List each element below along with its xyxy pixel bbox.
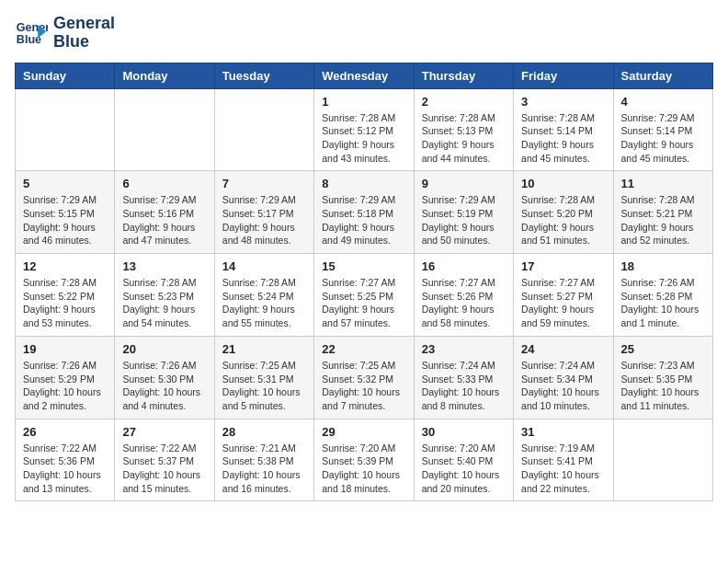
calendar-cell [16, 88, 115, 171]
calendar-cell: 4Sunrise: 7:29 AM Sunset: 5:14 PM Daylig… [613, 88, 712, 171]
day-header-friday: Friday [514, 63, 613, 88]
calendar-cell: 30Sunrise: 7:20 AM Sunset: 5:40 PM Dayli… [414, 419, 513, 501]
day-info: Sunrise: 7:24 AM Sunset: 5:33 PM Dayligh… [422, 359, 506, 413]
calendar-cell: 5Sunrise: 7:29 AM Sunset: 5:15 PM Daylig… [16, 171, 115, 254]
calendar-cell: 29Sunrise: 7:20 AM Sunset: 5:39 PM Dayli… [314, 419, 414, 501]
logo: General Blue General Blue [15, 15, 115, 52]
day-number: 17 [521, 259, 605, 273]
calendar-cell: 3Sunrise: 7:28 AM Sunset: 5:14 PM Daylig… [514, 88, 613, 171]
day-number: 1 [322, 95, 405, 109]
day-info: Sunrise: 7:29 AM Sunset: 5:16 PM Dayligh… [122, 193, 206, 247]
calendar-cell: 2Sunrise: 7:28 AM Sunset: 5:13 PM Daylig… [414, 88, 513, 171]
calendar-week-1: 1Sunrise: 7:28 AM Sunset: 5:12 PM Daylig… [16, 88, 713, 171]
calendar-cell: 16Sunrise: 7:27 AM Sunset: 5:26 PM Dayli… [414, 254, 513, 337]
day-info: Sunrise: 7:26 AM Sunset: 5:28 PM Dayligh… [621, 276, 705, 330]
day-info: Sunrise: 7:25 AM Sunset: 5:31 PM Dayligh… [222, 359, 306, 413]
day-info: Sunrise: 7:28 AM Sunset: 5:23 PM Dayligh… [122, 276, 206, 330]
logo-icon: General Blue [15, 17, 48, 50]
day-header-thursday: Thursday [414, 63, 513, 88]
day-info: Sunrise: 7:29 AM Sunset: 5:17 PM Dayligh… [222, 193, 306, 247]
day-number: 30 [422, 425, 506, 439]
calendar-week-3: 12Sunrise: 7:28 AM Sunset: 5:22 PM Dayli… [16, 254, 713, 337]
svg-text:Blue: Blue [17, 33, 41, 46]
day-number: 4 [621, 95, 705, 109]
calendar-cell: 25Sunrise: 7:23 AM Sunset: 5:35 PM Dayli… [613, 336, 712, 419]
calendar-cell: 6Sunrise: 7:29 AM Sunset: 5:16 PM Daylig… [115, 171, 214, 254]
day-info: Sunrise: 7:28 AM Sunset: 5:20 PM Dayligh… [521, 193, 605, 247]
calendar-cell: 13Sunrise: 7:28 AM Sunset: 5:23 PM Dayli… [115, 254, 214, 337]
day-number: 27 [122, 425, 206, 439]
calendar-cell: 24Sunrise: 7:24 AM Sunset: 5:34 PM Dayli… [514, 336, 613, 419]
day-number: 15 [322, 259, 405, 273]
calendar-cell: 18Sunrise: 7:26 AM Sunset: 5:28 PM Dayli… [613, 254, 712, 337]
day-number: 5 [23, 177, 107, 190]
day-number: 7 [222, 177, 306, 190]
day-info: Sunrise: 7:27 AM Sunset: 5:27 PM Dayligh… [521, 276, 605, 330]
day-info: Sunrise: 7:22 AM Sunset: 5:36 PM Dayligh… [23, 442, 107, 496]
day-number: 23 [422, 342, 506, 356]
calendar-cell [115, 88, 214, 171]
calendar-week-2: 5Sunrise: 7:29 AM Sunset: 5:15 PM Daylig… [16, 171, 713, 254]
calendar-cell: 14Sunrise: 7:28 AM Sunset: 5:24 PM Dayli… [214, 254, 313, 337]
calendar-cell: 10Sunrise: 7:28 AM Sunset: 5:20 PM Dayli… [514, 171, 613, 254]
calendar-header-row: SundayMondayTuesdayWednesdayThursdayFrid… [16, 63, 713, 88]
calendar-cell: 7Sunrise: 7:29 AM Sunset: 5:17 PM Daylig… [214, 171, 313, 254]
calendar-cell: 23Sunrise: 7:24 AM Sunset: 5:33 PM Dayli… [414, 336, 513, 419]
day-number: 13 [122, 259, 206, 273]
day-info: Sunrise: 7:26 AM Sunset: 5:29 PM Dayligh… [23, 359, 107, 413]
calendar-cell: 11Sunrise: 7:28 AM Sunset: 5:21 PM Dayli… [613, 171, 712, 254]
day-info: Sunrise: 7:24 AM Sunset: 5:34 PM Dayligh… [521, 359, 605, 413]
day-info: Sunrise: 7:27 AM Sunset: 5:25 PM Dayligh… [322, 276, 405, 330]
day-header-monday: Monday [115, 63, 214, 88]
day-info: Sunrise: 7:29 AM Sunset: 5:14 PM Dayligh… [621, 111, 705, 166]
logo-text: General Blue [53, 15, 115, 52]
calendar-week-4: 19Sunrise: 7:26 AM Sunset: 5:29 PM Dayli… [16, 336, 713, 419]
day-header-saturday: Saturday [613, 63, 712, 88]
day-number: 12 [23, 259, 107, 273]
day-info: Sunrise: 7:29 AM Sunset: 5:15 PM Dayligh… [23, 193, 107, 247]
calendar-cell: 27Sunrise: 7:22 AM Sunset: 5:37 PM Dayli… [115, 419, 214, 501]
day-number: 6 [122, 177, 206, 190]
day-info: Sunrise: 7:20 AM Sunset: 5:39 PM Dayligh… [322, 442, 405, 496]
day-number: 20 [122, 342, 206, 356]
calendar-cell: 19Sunrise: 7:26 AM Sunset: 5:29 PM Dayli… [16, 336, 115, 419]
day-number: 24 [521, 342, 605, 356]
day-info: Sunrise: 7:28 AM Sunset: 5:22 PM Dayligh… [23, 276, 107, 330]
day-info: Sunrise: 7:28 AM Sunset: 5:24 PM Dayligh… [222, 276, 306, 330]
day-header-wednesday: Wednesday [314, 63, 414, 88]
calendar-cell: 22Sunrise: 7:25 AM Sunset: 5:32 PM Dayli… [314, 336, 414, 419]
day-number: 19 [23, 342, 107, 356]
day-number: 26 [23, 425, 107, 439]
calendar-cell: 12Sunrise: 7:28 AM Sunset: 5:22 PM Dayli… [16, 254, 115, 337]
day-info: Sunrise: 7:28 AM Sunset: 5:12 PM Dayligh… [322, 111, 405, 166]
calendar-cell: 15Sunrise: 7:27 AM Sunset: 5:25 PM Dayli… [314, 254, 414, 337]
calendar-cell: 21Sunrise: 7:25 AM Sunset: 5:31 PM Dayli… [214, 336, 313, 419]
calendar-cell: 17Sunrise: 7:27 AM Sunset: 5:27 PM Dayli… [514, 254, 613, 337]
day-info: Sunrise: 7:27 AM Sunset: 5:26 PM Dayligh… [422, 276, 506, 330]
calendar-cell: 8Sunrise: 7:29 AM Sunset: 5:18 PM Daylig… [314, 171, 414, 254]
day-number: 25 [621, 342, 705, 356]
day-number: 31 [521, 425, 605, 439]
day-info: Sunrise: 7:21 AM Sunset: 5:38 PM Dayligh… [222, 442, 306, 496]
calendar-cell: 9Sunrise: 7:29 AM Sunset: 5:19 PM Daylig… [414, 171, 513, 254]
day-info: Sunrise: 7:29 AM Sunset: 5:19 PM Dayligh… [422, 193, 506, 247]
day-info: Sunrise: 7:22 AM Sunset: 5:37 PM Dayligh… [122, 442, 206, 496]
calendar-cell: 26Sunrise: 7:22 AM Sunset: 5:36 PM Dayli… [16, 419, 115, 501]
day-info: Sunrise: 7:28 AM Sunset: 5:13 PM Dayligh… [422, 111, 506, 166]
day-number: 14 [222, 259, 306, 273]
page-header: General Blue General Blue [15, 15, 713, 52]
day-number: 11 [621, 177, 705, 190]
day-info: Sunrise: 7:20 AM Sunset: 5:40 PM Dayligh… [422, 442, 506, 496]
day-info: Sunrise: 7:28 AM Sunset: 5:21 PM Dayligh… [621, 193, 705, 247]
day-number: 9 [422, 177, 506, 190]
calendar-cell: 1Sunrise: 7:28 AM Sunset: 5:12 PM Daylig… [314, 88, 414, 171]
day-info: Sunrise: 7:28 AM Sunset: 5:14 PM Dayligh… [521, 111, 605, 166]
day-number: 16 [422, 259, 506, 273]
day-number: 2 [422, 95, 506, 109]
calendar-cell: 28Sunrise: 7:21 AM Sunset: 5:38 PM Dayli… [214, 419, 313, 501]
calendar-week-5: 26Sunrise: 7:22 AM Sunset: 5:36 PM Dayli… [16, 419, 713, 501]
day-number: 18 [621, 259, 705, 273]
day-number: 28 [222, 425, 306, 439]
calendar-table: SundayMondayTuesdayWednesdayThursdayFrid… [15, 63, 713, 502]
calendar-cell: 20Sunrise: 7:26 AM Sunset: 5:30 PM Dayli… [115, 336, 214, 419]
